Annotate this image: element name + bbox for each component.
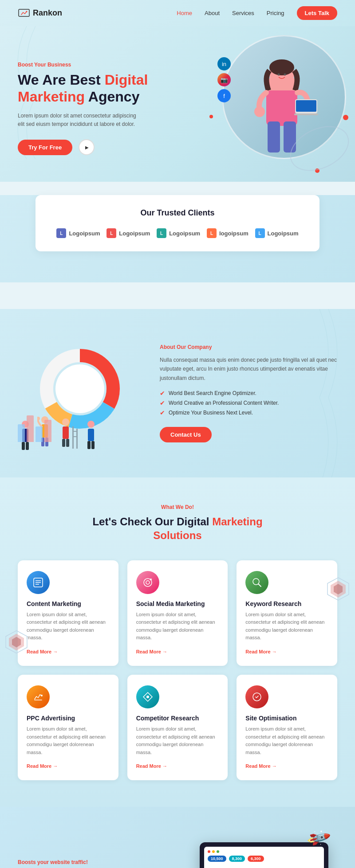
- about-list-item-1: ✔ World Best Search Engine Optimizer.: [160, 390, 337, 397]
- spacer-1: [0, 282, 355, 309]
- content-marketing-icon: [27, 571, 50, 594]
- nav-links: Home About Services Pricing Lets Talk: [177, 6, 337, 20]
- svg-point-55: [41, 695, 43, 696]
- logo[interactable]: Rankon: [18, 8, 62, 18]
- competitor-research-desc: Lorem ipsum dolor sit amet, consectetur …: [136, 725, 219, 756]
- svg-point-36: [87, 421, 95, 428]
- nav-about[interactable]: About: [205, 10, 220, 16]
- social-media-readmore[interactable]: Read More: [136, 649, 167, 654]
- service-card-keyword: Keyword Research Lorem ipsum dolor sit a…: [237, 560, 337, 666]
- site-optimisation-desc: Lorem ipsum dolor sit amet, consectetur …: [245, 725, 328, 756]
- nav-home[interactable]: Home: [177, 10, 192, 16]
- analyze-tag: Boosts your website traffic!: [18, 859, 169, 865]
- check-icon-2: ✔: [160, 399, 165, 407]
- dot-red: [208, 850, 210, 853]
- analyze-wrapper: Boosts your website traffic! Nulla conse…: [0, 807, 355, 868]
- dot-yellow: [212, 850, 215, 853]
- analyze-section: Boosts your website traffic! Nulla conse…: [0, 807, 355, 868]
- content-marketing-desc: Lorem ipsum dolor sit amet, consectetur …: [27, 611, 110, 642]
- service-card-content-marketing: Content Marketing Lorem ipsum dolor sit …: [18, 560, 118, 666]
- site-optimisation-name: Site Optimisation: [245, 715, 328, 722]
- hero-image-area: in 📷 f: [186, 26, 355, 182]
- client-logo-mark-1: L: [56, 228, 66, 238]
- client-logo-5: L Logoipsum: [255, 228, 299, 238]
- red-dot-1: [343, 115, 348, 120]
- client-logo-mark-2: L: [106, 228, 116, 238]
- svg-rect-10: [294, 113, 318, 115]
- site-optimisation-readmore[interactable]: Read More: [245, 763, 276, 769]
- svg-point-28: [62, 418, 69, 426]
- hex-decor-services-left: [4, 629, 29, 655]
- svg-point-18: [55, 364, 104, 413]
- svg-rect-56: [34, 700, 42, 700]
- svg-rect-38: [87, 441, 91, 449]
- dot-green: [217, 850, 219, 853]
- svg-rect-32: [72, 426, 74, 449]
- svg-point-13: [284, 74, 286, 76]
- about-decor-right: [320, 309, 355, 477]
- facebook-icon: f: [217, 89, 231, 102]
- service-card-competitor: Competitor Research Lorem ipsum dolor si…: [127, 675, 228, 780]
- contact-us-button[interactable]: Contact Us: [160, 427, 212, 442]
- about-tag: About Our Company: [160, 344, 337, 350]
- about-list-item-2: ✔ World Creative an Professional Content…: [160, 399, 337, 407]
- stat-chips-row: 10,500 8,300 6,300: [208, 856, 320, 862]
- about-section: About Our Company Nulla consequat massa …: [0, 309, 355, 477]
- svg-rect-21: [22, 442, 25, 450]
- competitor-research-readmore[interactable]: Read More: [136, 763, 167, 769]
- svg-point-1: [26, 11, 28, 12]
- competitor-research-icon: [136, 685, 159, 708]
- clients-logos: L Logoipsum L Logoipsum L Logoipsum L lo…: [53, 228, 302, 238]
- keyword-research-readmore[interactable]: Read More: [245, 649, 276, 654]
- client-logo-mark-5: L: [255, 228, 265, 238]
- navigation: Rankon Home About Services Pricing Lets …: [0, 0, 355, 26]
- hero-tagline: Boost Your Business: [18, 62, 148, 68]
- ppc-icon: [27, 685, 50, 708]
- keyword-research-desc: Lorem ipsum dolor sit amet, consectetur …: [245, 611, 328, 642]
- svg-line-54: [259, 584, 261, 586]
- try-free-button[interactable]: Try For Free: [18, 140, 72, 155]
- play-button[interactable]: [79, 139, 95, 155]
- svg-point-11: [254, 106, 265, 117]
- nav-services[interactable]: Services: [232, 10, 254, 16]
- linkedin-icon: in: [217, 57, 231, 70]
- about-content: About Our Company Nulla consequat massa …: [160, 344, 337, 442]
- hero-description: Lorem ipsum dolor sit amet consectetur a…: [18, 112, 142, 129]
- svg-rect-37: [88, 429, 94, 441]
- monitor-mockup: 10,500 8,300 6,300: [200, 842, 328, 868]
- about-list: ✔ World Best Search Engine Optimizer. ✔ …: [160, 390, 337, 416]
- hero-buttons: Try For Free: [18, 139, 148, 155]
- svg-point-52: [150, 579, 152, 580]
- svg-point-12: [278, 74, 280, 76]
- service-card-ppc: PPC Advertising Lorem ipsum dolor sit am…: [18, 675, 118, 780]
- about-illustration: [18, 336, 142, 451]
- hero-content: Boost Your Business We Are Best Digital …: [18, 62, 148, 155]
- ppc-desc: Lorem ipsum dolor sit amet, consectetur …: [27, 725, 110, 756]
- stat-chip-3: 6,300: [248, 856, 264, 862]
- ppc-name: PPC Advertising: [27, 715, 110, 722]
- nav-pricing[interactable]: Pricing: [267, 10, 284, 16]
- about-list-item-3: ✔ Optimize Your Business Next Level.: [160, 409, 337, 416]
- content-marketing-readmore[interactable]: Read More: [27, 649, 58, 654]
- svg-rect-29: [63, 426, 69, 439]
- analyze-content: Boosts your website traffic! Nulla conse…: [18, 859, 169, 868]
- services-section: What We Do! Let's Check Our Digital Mark…: [0, 477, 355, 807]
- monitor-bar-chart: [208, 865, 320, 868]
- svg-point-57: [146, 696, 149, 698]
- services-tag: What We Do!: [18, 504, 337, 510]
- red-dot-3: [209, 115, 213, 118]
- svg-rect-30: [62, 439, 65, 447]
- keyword-research-name: Keyword Research: [245, 600, 328, 607]
- ppc-readmore[interactable]: Read More: [27, 763, 58, 769]
- clients-section: Our Trusted Clients L Logoipsum L Logoip…: [36, 195, 320, 251]
- lets-talk-button[interactable]: Lets Talk: [297, 6, 337, 20]
- service-card-social-media: Social Media Marketing Lorem ipsum dolor…: [127, 560, 228, 666]
- check-icon-1: ✔: [160, 390, 165, 397]
- content-marketing-name: Content Marketing: [27, 600, 110, 607]
- client-logo-4: L logoipsum: [207, 228, 248, 238]
- stat-chip-1: 10,500: [208, 856, 226, 862]
- check-icon-3: ✔: [160, 409, 165, 416]
- service-card-site-opt: Site Optimisation Lorem ipsum dolor sit …: [237, 675, 337, 780]
- svg-rect-31: [66, 439, 69, 447]
- social-media-name: Social Media Marketing: [136, 600, 219, 607]
